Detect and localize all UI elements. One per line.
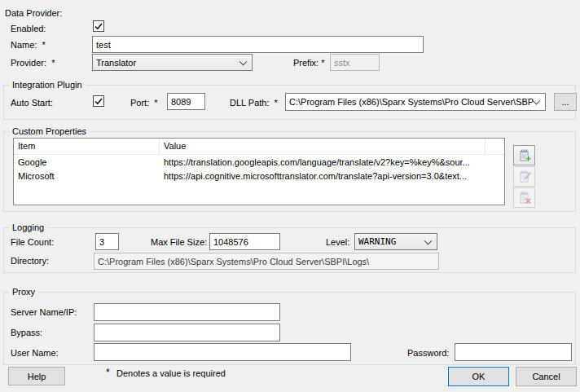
item-cell: Google [14,157,160,167]
level-dropdown[interactable]: WARNING [354,233,437,250]
data-provider-dialog: Data Provider: Enabled: Name: * Provider… [0,0,580,392]
notepad-edit-icon [517,170,532,183]
max-file-size-label: Max File Size: [151,237,207,247]
file-count-label: File Count: [11,237,54,247]
notepad-delete-icon [517,191,532,205]
provider-dropdown-value: Translator [96,58,136,68]
browse-dll-button[interactable]: ... [554,93,577,111]
checkmark-icon [94,21,103,31]
prefix-input [330,54,380,71]
checkmark-icon [94,96,103,106]
chevron-down-icon [239,57,248,65]
user-name-input[interactable] [94,343,351,361]
auto-start-checkbox[interactable] [93,95,104,107]
table-row[interactable]: Google https://translation.googleapis.co… [14,155,504,169]
max-file-size-input[interactable] [209,233,280,250]
user-name-label: User Name: [11,348,59,358]
value-cell: https://translation.googleapis.com/langu… [160,157,486,167]
chevron-down-icon [424,236,433,244]
add-property-button[interactable] [513,145,535,165]
bypass-input[interactable] [94,324,280,341]
custom-properties-table: Item Value Google https://translation.go… [13,138,505,205]
required-note-star: * [106,367,110,378]
auto-start-label: Auto Start: [11,98,53,108]
notepad-add-icon [517,148,532,162]
item-cell: Microsoft [14,171,160,181]
column-header-value[interactable]: Value [160,139,486,154]
provider-label: Provider: * [11,58,55,68]
enabled-checkbox[interactable] [93,20,104,32]
section-title-data-provider: Data Provider: [5,8,62,18]
name-input[interactable] [92,36,424,53]
dll-path-label: DLL Path: * [230,98,278,108]
logging-title: Logging [9,222,47,232]
server-name-ip-input[interactable] [94,303,280,321]
port-input[interactable] [167,93,205,110]
delete-property-button [513,187,535,208]
value-cell: https://api.cognitive.microsofttranslato… [160,171,486,181]
provider-dropdown[interactable]: Translator [92,54,253,71]
edit-property-button [513,166,535,187]
directory-field [94,253,439,270]
bypass-label: Bypass: [11,328,42,337]
level-label: Level: [326,237,349,247]
table-row[interactable]: Microsoft https://api.cognitive.microsof… [14,169,504,183]
cancel-button[interactable]: Cancel [516,367,577,386]
port-label: Port: * [130,98,158,108]
password-label: Password: [407,348,449,358]
column-header-item[interactable]: Item [14,139,160,154]
level-dropdown-value: WARNING [358,236,396,247]
integration-plugin-title: Integration Plugin [9,80,86,90]
custom-properties-title: Custom Properties [9,126,90,136]
server-name-ip-label: Server Name/IP: [11,307,77,317]
proxy-title: Proxy [9,287,38,297]
prefix-label: Prefix: * [293,58,325,68]
file-count-input[interactable] [95,233,119,250]
name-label: Name: * [11,40,46,50]
dll-path-dropdown-value: C:\Program Files (x86)\Sparx Systems\Pro… [289,97,534,107]
directory-label: Directory: [11,256,49,266]
ok-button[interactable]: OK [448,367,509,386]
column-header-extra [486,139,504,154]
dll-path-dropdown[interactable]: C:\Program Files (x86)\Sparx Systems\Pro… [285,93,546,111]
enabled-label: Enabled: [11,24,46,33]
password-input[interactable] [455,343,572,361]
help-button[interactable]: Help [8,367,65,385]
required-note-text: Denotes a value is required [116,368,226,378]
table-header-row: Item Value [14,139,504,155]
